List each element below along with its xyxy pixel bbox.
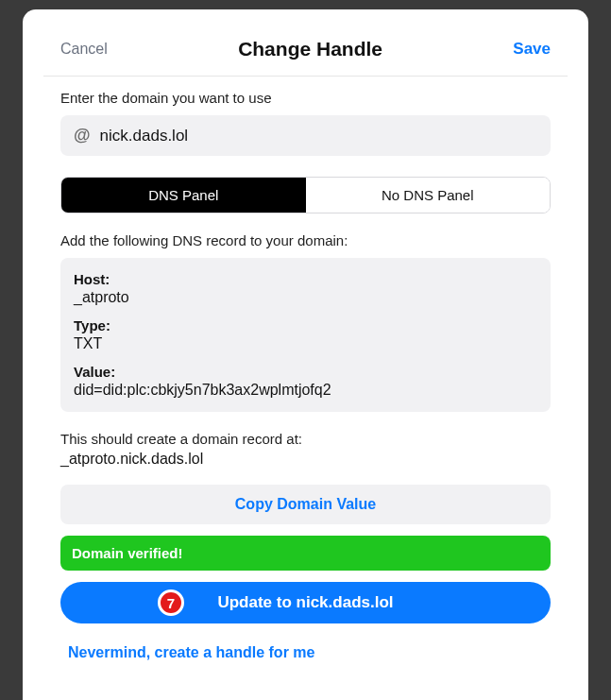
dns-type-value: TXT — [74, 335, 537, 352]
update-handle-button[interactable]: 7 Update to nick.dads.lol — [60, 582, 551, 623]
record-location: _atproto.nick.dads.lol — [60, 451, 551, 468]
dns-host-label: Host: — [74, 271, 537, 287]
domain-input[interactable] — [100, 127, 537, 145]
save-button[interactable]: Save — [513, 40, 551, 59]
dns-type-label: Type: — [74, 317, 537, 333]
dns-value-value: did=did:plc:cbkjy5n7bk3ax2wplmtjofq2 — [74, 382, 537, 399]
dns-tabs: DNS Panel No DNS Panel — [60, 177, 551, 213]
dns-host-row: Host: _atproto — [74, 271, 537, 306]
step-badge: 7 — [158, 589, 184, 616]
dns-host-value: _atproto — [74, 289, 537, 306]
nevermind-link[interactable]: Nevermind, create a handle for me — [60, 640, 322, 665]
dns-type-row: Type: TXT — [74, 317, 537, 352]
modal-header: Cancel Change Handle Save — [43, 38, 568, 77]
dns-instruction: Add the following DNS record to your dom… — [60, 232, 551, 248]
at-icon: @ — [74, 126, 91, 145]
tab-no-dns-panel[interactable]: No DNS Panel — [306, 178, 551, 213]
domain-verified-banner: Domain verified! — [60, 536, 551, 571]
dns-value-row: Value: did=did:plc:cbkjy5n7bk3ax2wplmtjo… — [74, 364, 537, 399]
record-note: This should create a domain record at: — [60, 431, 551, 447]
modal-title: Change Handle — [238, 38, 382, 60]
dns-record-box: Host: _atproto Type: TXT Value: did=did:… — [60, 258, 551, 412]
cancel-button[interactable]: Cancel — [60, 41, 108, 58]
update-button-label: Update to nick.dads.lol — [217, 593, 393, 611]
copy-domain-value-button[interactable]: Copy Domain Value — [60, 485, 551, 524]
tab-dns-panel[interactable]: DNS Panel — [61, 178, 306, 213]
dns-value-label: Value: — [74, 364, 537, 380]
change-handle-modal: Cancel Change Handle Save Enter the doma… — [23, 9, 588, 700]
domain-prompt: Enter the domain you want to use — [60, 90, 551, 106]
domain-input-container[interactable]: @ — [60, 115, 551, 156]
